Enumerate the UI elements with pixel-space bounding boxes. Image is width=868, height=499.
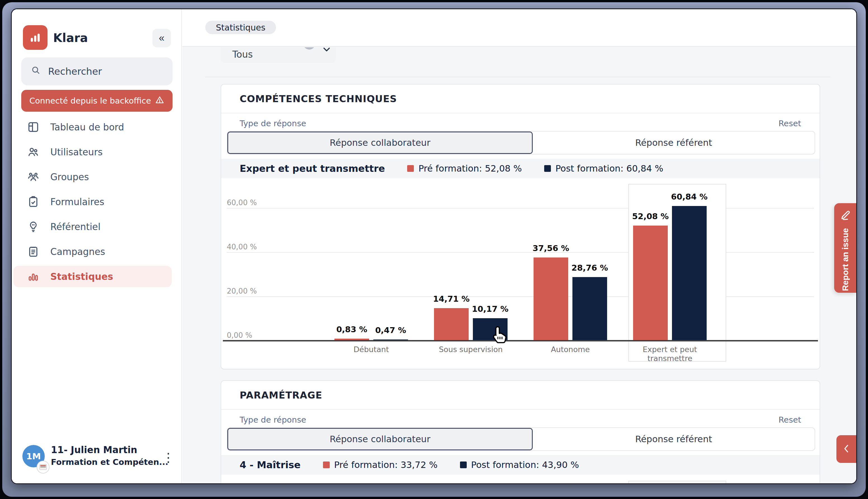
legend-post-formation: Post formation: 43,90 % [460,460,579,470]
y-axis-tick-label: 60,00 % [227,198,272,207]
legend-pre-formation: Pré formation: 52,08 % [407,163,522,174]
sidebar-item-label: Tableau de bord [50,122,124,133]
warning-icon [155,95,164,107]
legend-color-post [544,165,551,172]
bulb-icon [27,220,40,233]
app-window: Klara « Rechercher Connecté depuis le ba… [11,8,857,484]
sidebar-item-r-f-rentiel[interactable]: Référentiel [13,216,172,237]
toggle-reponse-collaborateur[interactable]: Réponse collaborateur [227,428,533,450]
response-type-toggle: Réponse collaborateur Réponse référent [227,427,815,451]
bar-value-label: 28,76 % [562,263,618,272]
scope-select[interactable]: Tous 3 [221,47,336,63]
sidebar-item-tableau-de-bord[interactable]: Tableau de bord [13,117,172,138]
toggle-reponse-referent[interactable]: Réponse référent [533,428,815,450]
groups-icon [27,170,40,183]
chevron-left-icon [841,442,852,456]
pencil-icon [840,209,851,223]
sidebar-item-campagnes[interactable]: Campagnes [13,241,172,262]
legend-post-formation: Post formation: 60,84 % [544,163,663,174]
response-type-label: Type de réponse [240,119,306,128]
org-logo-badge [37,461,50,474]
tooltip-category-label: Expert et peut transmettre [240,163,385,174]
x-axis-category-label: Sous supervision [432,345,510,354]
user-section[interactable]: 1M 11- Julien Martin Formation et Compét… [12,442,182,475]
sidebar-item-label: Groupes [50,172,89,182]
sidebar-item-label: Campagnes [50,246,105,257]
backoffice-badge-label: Connecté depuis le backoffice [29,96,151,106]
y-axis-tick-label: 40,00 % [227,243,272,251]
legend-pre-value: Pré formation: 52,08 % [418,163,522,174]
x-axis-line [223,340,818,341]
x-axis-category-label: Expert et peut transmettre [631,345,709,363]
backoffice-badge: Connecté depuis le backoffice [21,90,173,112]
scope-select-value: Tous [232,49,253,60]
brand-title: Klara [53,31,88,45]
reset-link[interactable]: Reset [779,415,801,425]
dashboard-icon [27,121,40,134]
sidebar-item-formulaires[interactable]: Formulaires [13,191,172,212]
legend-color-post [460,462,467,468]
sidebar-item-label: Référentiel [50,221,100,232]
x-axis-category-label: Autonome [531,345,609,354]
x-axis-category-label: Débutant [332,345,411,354]
toggle-reponse-referent[interactable]: Réponse référent [533,132,815,154]
sidebar-item-label: Utilisateurs [50,147,103,158]
highlighted-column-frame [628,481,726,484]
chart-tooltip-legend: 4 - Maîtrise Pré formation: 33,72 % Post… [221,455,820,475]
stats-icon [27,270,40,283]
sidebar-item-groupes[interactable]: Groupes [13,166,172,187]
legend-color-pre [323,462,330,468]
legend-pre-value: Pré formation: 33,72 % [334,460,438,470]
user-menu-button[interactable]: ⋮ [161,448,175,467]
bar-value-label: 60,84 % [661,192,717,202]
bar-value-label: 37,56 % [523,243,579,253]
breadcrumb[interactable]: Statistiques [205,21,276,34]
response-type-toggle: Réponse collaborateur Réponse référent [227,131,815,155]
topbar: Statistiques [182,9,856,47]
y-axis-tick-label: 0,00 % [227,331,272,340]
main-area: Statistiques Tous 3 COMPÉTENCES TECHNIQU… [182,9,856,484]
clipboard-check-icon [27,195,40,208]
bar-post-4[interactable] [672,206,707,341]
card-parametrage: PARAMÉTRAGE Type de réponse Reset Répons… [221,380,820,484]
report-issue-label: Report an issue [841,228,850,291]
sidebar-menu: Tableau de bordUtilisateursGroupesFormul… [12,117,182,291]
content-scroll-area[interactable]: Tous 3 COMPÉTENCES TECHNIQUES Type de ré… [182,47,856,484]
sidebar-item-label: Statistiques [50,271,113,282]
bar-post-3[interactable] [573,277,607,341]
reset-link[interactable]: Reset [779,119,801,128]
sidebar-item-utilisateurs[interactable]: Utilisateurs [13,141,172,162]
avatar-initials: 1M [26,451,41,461]
search-input[interactable]: Rechercher [21,57,173,85]
sidebar-collapse-button[interactable]: « [152,29,171,47]
legend-post-value: Post formation: 43,90 % [471,460,579,470]
response-type-label: Type de réponse [240,415,306,425]
divider [221,113,820,113]
legend-color-pre [407,165,414,172]
panel-collapse-button[interactable] [836,435,856,463]
divider [221,409,820,410]
report-issue-button[interactable]: Report an issue [834,203,856,293]
bar-post-2[interactable] [473,318,507,341]
tooltip-category-label: 4 - Maîtrise [240,459,301,471]
clipboard-list-icon [27,245,40,258]
toggle-reponse-collaborateur[interactable]: Réponse collaborateur [227,132,533,154]
y-axis-tick-label: 20,00 % [227,287,272,295]
divider [205,77,830,77]
card-title: PARAMÉTRAGE [240,381,322,409]
users-icon [27,146,40,158]
klara-logo-icon [23,25,48,50]
bar-value-label: 14,71 % [423,294,479,304]
user-name: 11- Julien Martin [51,445,137,455]
chevron-down-icon [321,47,332,56]
card-title: COMPÉTENCES TECHNIQUES [240,85,397,113]
grouped-bar-chart[interactable]: 0,00 %20,00 %40,00 %60,00 %0,83 %14,71 %… [221,178,820,369]
user-organization: Formation et Compéten... [51,457,168,467]
sidebar-item-statistiques[interactable]: Statistiques [13,266,172,287]
filter-count-badge: 3 [303,47,315,50]
search-placeholder: Rechercher [48,66,102,77]
bar-pre-4[interactable] [633,226,668,341]
sidebar-item-label: Formulaires [50,196,104,207]
search-icon [31,65,41,77]
card-competences-techniques: COMPÉTENCES TECHNIQUES Type de réponse R… [221,84,820,369]
